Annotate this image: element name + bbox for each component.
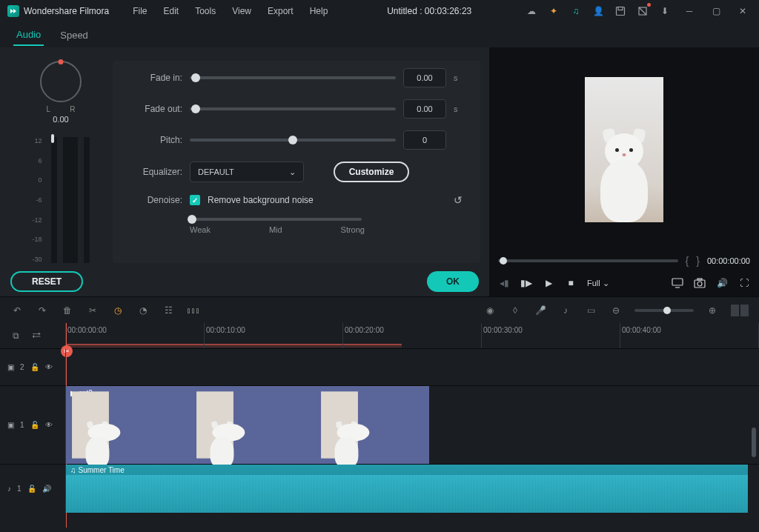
- record-mic-icon[interactable]: 🎤: [534, 304, 547, 317]
- close-button[interactable]: ✕: [734, 6, 752, 16]
- step-back-icon[interactable]: ◂▮: [498, 277, 510, 289]
- track-type-icon: ▣: [7, 363, 14, 371]
- meter-slider-thumb[interactable]: [51, 134, 54, 143]
- frame-icon[interactable]: ▭: [584, 304, 597, 317]
- maximize-button[interactable]: ▢: [707, 6, 725, 16]
- zoom-in-icon[interactable]: ⊕: [706, 304, 719, 317]
- level-meter-right: [84, 137, 90, 263]
- tab-speed[interactable]: Speed: [57, 25, 91, 45]
- speaker-icon[interactable]: 🔊: [42, 485, 51, 493]
- lock-icon[interactable]: 🔓: [30, 363, 39, 371]
- fade-in-value[interactable]: 0.00: [403, 68, 446, 87]
- menu-view[interactable]: View: [226, 3, 257, 19]
- tab-audio[interactable]: Audio: [13, 24, 44, 46]
- pitch-label: Pitch:: [132, 135, 182, 145]
- fade-out-value[interactable]: 0.00: [403, 99, 446, 119]
- zoom-slider[interactable]: [634, 309, 694, 312]
- pitch-slider[interactable]: [190, 139, 396, 142]
- track-type-icon: ♪: [7, 485, 11, 493]
- document-title: Untitled : 00:03:26:23: [387, 6, 471, 16]
- equalizer-select[interactable]: DEFAULT⌄: [190, 162, 304, 182]
- pan-value: 0.00: [53, 115, 68, 124]
- preview-timecode: 00:00:00:00: [707, 256, 750, 265]
- menu-edit[interactable]: Edit: [158, 3, 185, 19]
- minimize-button[interactable]: ─: [680, 6, 698, 16]
- undo-icon[interactable]: ↶: [10, 304, 24, 317]
- fullscreen-icon[interactable]: ⛶: [738, 277, 750, 289]
- meter-scale: 1260-6-12-18-30: [32, 137, 44, 263]
- app-logo: [7, 5, 19, 17]
- denoise-strength-slider[interactable]: [188, 218, 362, 221]
- eye-icon[interactable]: 👁: [45, 363, 53, 371]
- snapshot-icon[interactable]: [694, 277, 706, 289]
- level-meter-left: [63, 137, 78, 263]
- menu-export[interactable]: Export: [262, 3, 299, 19]
- mark-in-icon[interactable]: {: [686, 255, 689, 267]
- eye-icon[interactable]: 👁: [45, 421, 53, 429]
- fade-in-slider[interactable]: [190, 76, 396, 79]
- lock-icon[interactable]: 🔓: [27, 485, 36, 493]
- chevron-down-icon: ⌄: [289, 167, 296, 177]
- pan-meter: LR 0.00 1260-6-12-18-30: [9, 61, 113, 263]
- pan-knob[interactable]: [40, 61, 82, 102]
- notification-icon[interactable]: [636, 4, 649, 18]
- lock-icon[interactable]: 🔓: [30, 421, 39, 429]
- marker-icon[interactable]: ◊: [508, 304, 522, 317]
- cut-icon[interactable]: ✂: [86, 304, 99, 317]
- video-clip[interactable]: ▶cat2: [66, 386, 429, 464]
- timeline: ⧉ ⮂ ✂ 00:00:00:00 00:00:10:00 00:00:20:0…: [0, 323, 759, 532]
- preview-video: [585, 77, 663, 222]
- headphones-icon[interactable]: ♫: [569, 4, 583, 18]
- quality-select[interactable]: Full ⌄: [587, 279, 609, 288]
- mark-out-icon[interactable]: }: [696, 255, 700, 267]
- menu-file[interactable]: File: [127, 3, 153, 19]
- cloud-icon[interactable]: ☁: [525, 4, 538, 18]
- denoise-label: Denoise:: [132, 195, 182, 205]
- adjust-icon[interactable]: ☷: [162, 304, 175, 317]
- layout-toggle[interactable]: [731, 305, 749, 316]
- redo-icon[interactable]: ↷: [36, 304, 49, 317]
- scrub-thumb[interactable]: [500, 257, 507, 265]
- link-icon[interactable]: ⮂: [30, 329, 43, 342]
- display-icon[interactable]: [672, 277, 683, 289]
- fade-out-slider[interactable]: [190, 107, 396, 110]
- audio-wave-icon[interactable]: ⫾⫾⫾: [187, 304, 200, 317]
- scrub-track[interactable]: [498, 259, 678, 262]
- svg-rect-0: [617, 7, 625, 16]
- play-pause-icon[interactable]: ▮▶: [520, 277, 532, 289]
- delete-icon[interactable]: 🗑: [61, 304, 74, 317]
- pitch-value[interactable]: 0: [403, 130, 446, 150]
- render-icon[interactable]: ◉: [483, 304, 497, 317]
- menu-tools[interactable]: Tools: [189, 3, 222, 19]
- menu-help[interactable]: Help: [304, 3, 334, 19]
- ok-button[interactable]: OK: [427, 271, 479, 292]
- timeline-toolbar: ↶ ↷ 🗑 ✂ ◷ ◔ ☷ ⫾⫾⫾ ◉ ◊ 🎤 ♪ ▭ ⊖ ⊕: [0, 296, 759, 323]
- reset-icon[interactable]: ↺: [454, 194, 463, 206]
- zoom-out-icon[interactable]: ⊖: [609, 304, 623, 317]
- account-icon[interactable]: 👤: [591, 4, 605, 18]
- reset-button[interactable]: RESET: [10, 271, 83, 292]
- save-icon[interactable]: [614, 4, 627, 18]
- timer-icon[interactable]: ◔: [136, 304, 150, 317]
- stop-icon[interactable]: ■: [565, 277, 577, 289]
- app-brand: Wondershare Filmora: [24, 6, 109, 16]
- volume-icon[interactable]: 🔊: [716, 277, 728, 289]
- speed-icon[interactable]: ◷: [111, 304, 125, 317]
- ruler[interactable]: ✂ 00:00:00:00 00:00:10:00 00:00:20:00 00…: [65, 323, 759, 348]
- play-icon[interactable]: ▶: [543, 277, 554, 289]
- audio-panel: LR 0.00 1260-6-12-18-30 Fade in: 0.00: [0, 47, 489, 296]
- equalizer-label: Equalizer:: [132, 167, 182, 177]
- music-icon[interactable]: ♪: [559, 304, 572, 317]
- timeline-v-scrollbar[interactable]: [752, 428, 756, 457]
- track-overlay: ▣2🔓👁: [0, 348, 759, 385]
- customize-button[interactable]: Customize: [334, 162, 409, 182]
- denoise-checkbox[interactable]: ✓: [190, 195, 200, 205]
- volume-slider-track[interactable]: [51, 137, 57, 263]
- download-icon[interactable]: ⬇: [658, 4, 672, 18]
- svg-rect-3: [672, 279, 683, 285]
- track-video-1: ▣1🔓👁 ▶cat2: [0, 385, 759, 464]
- fade-in-label: Fade in:: [132, 73, 182, 83]
- media-bin-icon[interactable]: ⧉: [9, 329, 22, 342]
- audio-clip[interactable]: ♫Summer Time: [66, 465, 748, 513]
- sparkle-icon[interactable]: ✦: [547, 4, 560, 18]
